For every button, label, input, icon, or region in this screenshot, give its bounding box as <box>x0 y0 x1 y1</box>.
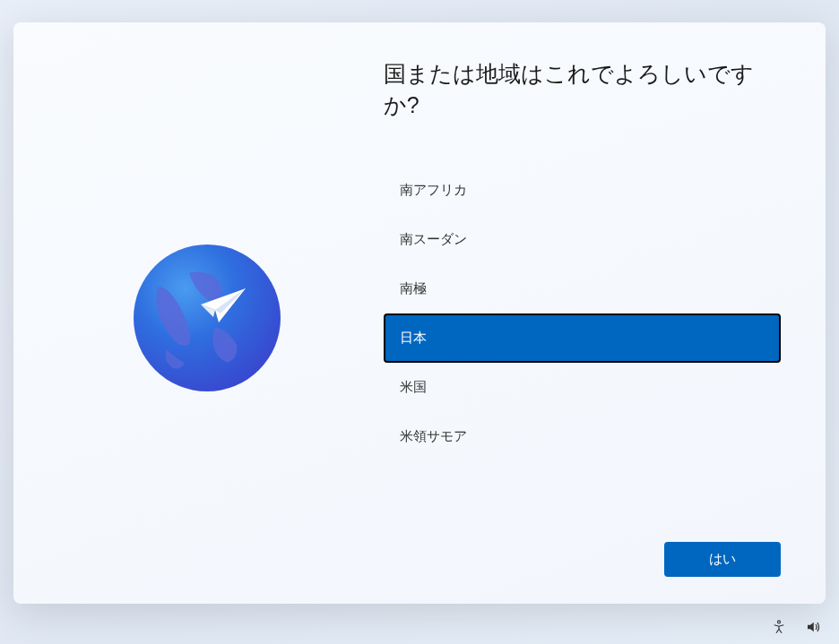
accessibility-icon[interactable] <box>771 619 787 635</box>
confirm-button[interactable]: はい <box>664 542 781 577</box>
setup-window: 国または地域はこれでよろしいですか? 南アフリカ 南スーダン 南極 日本 米国 … <box>13 22 826 604</box>
content-panel: 国または地域はこれでよろしいですか? 南アフリカ 南スーダン 南極 日本 米国 … <box>384 58 781 577</box>
region-item-usa[interactable]: 米国 <box>384 363 781 412</box>
svg-point-1 <box>778 621 781 623</box>
taskbar-tray <box>771 619 821 635</box>
globe-illustration <box>131 242 283 394</box>
svg-point-0 <box>134 245 281 391</box>
region-list: 南アフリカ 南スーダン 南極 日本 米国 米領サモア <box>384 166 781 524</box>
page-heading: 国または地域はこれでよろしいですか? <box>384 58 781 121</box>
region-item-south-sudan[interactable]: 南スーダン <box>384 215 781 264</box>
region-item-south-africa[interactable]: 南アフリカ <box>384 166 781 215</box>
region-item-american-samoa[interactable]: 米領サモア <box>384 412 781 461</box>
region-item-antarctica[interactable]: 南極 <box>384 264 781 313</box>
illustration-panel <box>58 58 384 577</box>
button-row: はい <box>384 542 781 577</box>
volume-icon[interactable] <box>805 619 821 635</box>
region-item-japan[interactable]: 日本 <box>384 313 781 363</box>
